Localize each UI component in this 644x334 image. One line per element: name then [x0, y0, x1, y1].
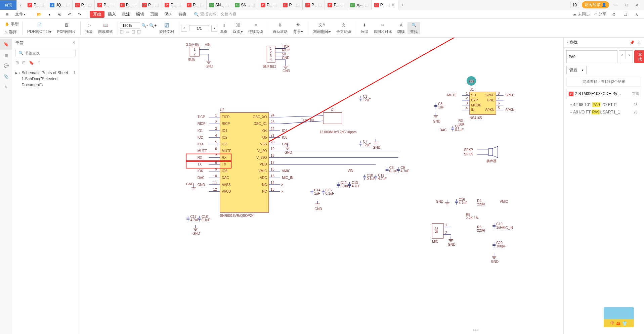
hand-tool[interactable]: ✋ 手型 [3, 21, 20, 28]
document-tab-15[interactable]: PP...⬚✕ [372, 0, 398, 10]
document-tab-3[interactable]: PP...⬚ [95, 0, 117, 10]
gallery-icon[interactable]: ▾ [46, 11, 53, 17]
compress[interactable]: ⬇压缩 [358, 22, 371, 34]
zoom-in-icon[interactable]: 🔍+ [149, 23, 157, 28]
document-tab-11[interactable]: PP...⬚ [280, 0, 302, 10]
bookmark-del-icon[interactable]: ⚐ [37, 60, 41, 65]
document-tab-12[interactable]: PP...⬚ [303, 0, 325, 10]
share-button[interactable]: ↗ 分享 [593, 11, 606, 17]
login-button[interactable]: 访客登录 👤 [582, 1, 609, 8]
print-icon[interactable]: 🖨 [54, 11, 64, 17]
auto-scroll[interactable]: ⇅自动滚动 [270, 22, 290, 34]
menu-编辑[interactable]: 编辑 [133, 11, 147, 18]
menu-保护[interactable]: 保护 [162, 11, 175, 18]
svg-text:MUTE: MUTE [198, 149, 207, 153]
close-window-button[interactable]: ✕ [633, 1, 641, 9]
pdf-to-office[interactable]: 📄PDF转Office▾ [25, 21, 54, 35]
search-go-button[interactable]: 查找 [634, 50, 644, 63]
more-icon[interactable]: ••• [473, 328, 479, 333]
collapse-all-icon[interactable]: ⊟ [22, 60, 26, 65]
comment-tab-icon[interactable]: 💬 [0, 60, 12, 71]
actual-size-icon[interactable]: ◫ [131, 29, 135, 34]
attachment-tab-icon[interactable]: 📎 [0, 71, 12, 82]
expand-icon[interactable]: ▸ [15, 70, 17, 88]
ime-widget[interactable]: 中🦀👕 [604, 307, 634, 327]
translate-full[interactable]: 文全文翻译 [334, 22, 354, 34]
select-tool[interactable]: ▷ 选择 [3, 29, 20, 36]
open-icon[interactable]: 📂 [34, 11, 44, 17]
text-to-speech[interactable]: A朗读 [395, 22, 407, 34]
fit-width-icon[interactable]: ⬚ [120, 29, 124, 34]
menu-插入[interactable]: 插入 [105, 11, 119, 18]
sync-status[interactable]: ☁ 未同步 [572, 11, 590, 17]
menu-转换[interactable]: 转换 [176, 11, 189, 18]
hamburger-icon[interactable]: ≡ [3, 11, 11, 17]
search-result-1[interactable]: ▫ 42 68 101 PA9 I/O FT P 23 [564, 101, 644, 108]
search-settings[interactable]: 设置▾ [566, 66, 587, 74]
single-page[interactable]: ▯单页 [217, 22, 230, 34]
collapse-icon[interactable]: ∧ [633, 10, 641, 18]
bookmark-tab-icon[interactable]: 🔖 [0, 39, 12, 50]
document-tab-10[interactable]: PP...⬚ [258, 0, 280, 10]
undo-icon[interactable]: ↶ [65, 11, 74, 17]
document-tab-13[interactable]: PP...⬚ [325, 0, 347, 10]
minimize-button[interactable]: — [612, 1, 620, 9]
expand-all-icon[interactable]: ⊞ [15, 60, 19, 65]
document-tab-1[interactable]: JJQ...⬚ [47, 0, 72, 10]
document-tab-0[interactable]: PP...⬚ [25, 0, 47, 10]
document-tab-6[interactable]: PP...⬚ [162, 0, 184, 10]
bookmark-search[interactable]: 🔍 [15, 49, 76, 57]
maximize-button[interactable]: □ [622, 1, 631, 9]
search-next[interactable]: ∨ [626, 51, 633, 59]
page-indicator[interactable]: 1/1 [189, 25, 209, 31]
thumbnail-tab-icon[interactable]: ▦ [0, 50, 12, 60]
translate-selection[interactable]: 文A划词翻译▾ [310, 21, 334, 35]
badge-count[interactable]: 19 [570, 2, 579, 8]
file-menu[interactable]: 文件 ▾ [12, 11, 28, 18]
function-search[interactable]: 🔍 查找功能、文档内容 [194, 11, 237, 17]
next-page[interactable]: › [211, 25, 217, 32]
redo-icon[interactable]: ↷ [75, 11, 84, 17]
read-mode[interactable]: 📖阅读模式 [95, 22, 116, 34]
document-tab-14[interactable]: S元...⬚ [347, 0, 372, 10]
tab-home[interactable]: 首页 [0, 0, 17, 10]
search-result-2[interactable]: ▫ A9 I/O FT PA9USART1_1 23 [564, 108, 644, 116]
double-page[interactable]: ▯▯双页▾ [230, 21, 246, 35]
zoom-out-icon[interactable]: 🔍- [141, 23, 148, 28]
continuous-read[interactable]: ≡连续阅读 [246, 22, 266, 34]
rotate-doc[interactable]: 🔄旋转文档 [157, 22, 177, 34]
document-tab-4[interactable]: PP...⬚ [117, 0, 139, 10]
marquee-icon[interactable]: ⬚ [137, 29, 141, 34]
bookmark-add-icon[interactable]: 🔖 [29, 60, 34, 65]
zoom-select[interactable] [120, 22, 140, 29]
pin-icon[interactable]: 📌 [630, 40, 635, 45]
document-tab-8[interactable]: SSN...⬚ [207, 0, 232, 10]
feedback-icon[interactable]: ☐ [621, 10, 629, 18]
fit-page-icon[interactable]: ▭ [126, 29, 129, 34]
document-tab-9[interactable]: SSN...⬚ [232, 0, 258, 10]
tab-add[interactable]: + [398, 1, 406, 9]
prev-page[interactable]: ‹ [181, 25, 187, 32]
play-button[interactable]: ▷播放 [83, 22, 95, 34]
document-tab-5[interactable]: PP...⬚ [139, 0, 162, 10]
bookmark-item[interactable]: ▸ ▫ Schematic Prints of Sheet 1.SchDoc("… [15, 70, 76, 88]
ai-assistant-icon[interactable]: 🤖 [467, 76, 476, 86]
close-search-icon[interactable]: ✕ [637, 40, 641, 45]
menu-页面[interactable]: 页面 [147, 11, 161, 18]
settings-icon[interactable]: ⚙ [610, 10, 618, 18]
find-tool[interactable]: 🔍查找 [407, 22, 420, 34]
search-doc-header[interactable]: P 2-STM32F103xCDE_数... 页码 [566, 89, 641, 99]
menu-批注[interactable]: 批注 [119, 11, 133, 18]
background[interactable]: 👁背景▾ [290, 21, 306, 35]
pdf-to-image[interactable]: 🖼PDF转图片 [54, 22, 78, 34]
search-input[interactable] [566, 50, 617, 63]
document-tab-2[interactable]: PP...⬚ [73, 0, 95, 10]
menu-开始[interactable]: 开始 [90, 11, 104, 18]
document-tab-7[interactable]: PP...⬚ [184, 0, 206, 10]
close-panel-icon[interactable]: ✕ [72, 40, 76, 45]
schematic-canvas[interactable]: 123.3V~5VVINGND电源 1TICP2RICP35V4GND烧录接口G… [79, 38, 563, 334]
search-prev[interactable]: ∧ [619, 51, 626, 59]
signature-tab-icon[interactable]: ✎ [0, 82, 12, 93]
screenshot-compare[interactable]: ✂截图和对比 [371, 22, 395, 34]
tab-nav-left[interactable]: ‹ [17, 1, 25, 9]
